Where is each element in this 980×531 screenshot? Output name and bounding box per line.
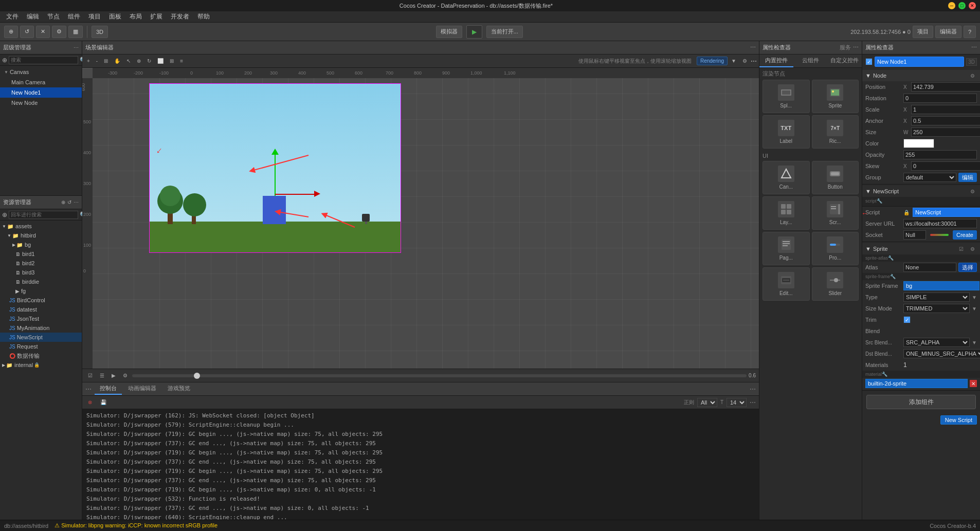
asset-item-newscript[interactable]: JS NewScript <box>0 333 82 342</box>
asset-settings-icon[interactable]: ⋯ <box>74 199 79 205</box>
rendering-settings-btn[interactable]: ▼ <box>729 56 739 66</box>
atlas-select-btn[interactable]: 选择 <box>958 263 977 272</box>
props-expand-icon[interactable]: ⋯ <box>971 44 977 51</box>
node-enabled-checkbox[interactable]: ✓ <box>865 58 873 65</box>
scene-zoom-fit[interactable]: ⊞ <box>101 56 111 66</box>
node-type-scr[interactable]: Scr... ← <box>812 196 859 230</box>
spriteframe-value-input[interactable] <box>903 281 979 290</box>
group-edit-btn[interactable]: 编辑 <box>958 173 977 182</box>
scene-grid-tool[interactable]: ≡ <box>177 56 186 66</box>
scene-view-settings-btn[interactable]: ⚙ <box>740 56 750 66</box>
scene-expand-icon[interactable]: ⋯ <box>750 44 756 51</box>
menu-component[interactable]: 组件 <box>64 11 84 22</box>
simulator-button[interactable]: 模拟器 <box>436 26 462 38</box>
srcblend-select[interactable]: SRC_ALPHA <box>903 338 970 347</box>
node-type-pro[interactable]: Pro... <box>812 232 859 265</box>
asset-item-request[interactable]: JS Request <box>0 342 82 351</box>
node-type-lay[interactable]: Lay... <box>763 196 810 230</box>
newscript-settings-btn[interactable]: ⚙ <box>968 187 977 196</box>
menu-node[interactable]: 节点 <box>43 11 64 22</box>
node-type-pag[interactable]: Pag... <box>763 232 810 265</box>
node-type-spl[interactable]: Spl... <box>763 80 810 113</box>
stop-button[interactable]: ✕ <box>36 26 50 38</box>
trim-checkbox[interactable]: ✓ <box>903 316 911 323</box>
tree-item-newnode1[interactable]: New Node1 <box>0 87 82 98</box>
console-clear-btn[interactable]: ⊗ <box>85 397 95 408</box>
sprite-section-header[interactable]: ▼ Sprite ☑ ⚙ <box>862 243 980 254</box>
menu-developer[interactable]: 开发者 <box>167 11 193 22</box>
tab-console[interactable]: 控制台 <box>95 383 122 395</box>
node-type-button[interactable]: Button <box>812 161 859 194</box>
anchor-x-input[interactable] <box>911 116 980 125</box>
node-type-can[interactable]: Can... <box>763 161 810 194</box>
node-type-edit[interactable]: Edit... <box>763 267 810 301</box>
menu-panel[interactable]: 面板 <box>105 11 125 22</box>
timeline-list-btn[interactable]: ☰ <box>97 371 107 381</box>
asset-item-jsontest[interactable]: JS JsonTest <box>0 314 82 323</box>
asset-item-assets[interactable]: ▼ 📁 assets <box>0 222 82 231</box>
tree-item-maincamera[interactable]: Main Camera <box>0 77 82 87</box>
asset-refresh-icon[interactable]: ↺ <box>67 199 71 205</box>
add-button[interactable]: ⊕ <box>4 26 18 38</box>
grid-button[interactable]: ▦ <box>68 26 83 38</box>
scene-rotate-tool[interactable]: ↻ <box>144 56 154 66</box>
color-swatch[interactable] <box>903 139 934 148</box>
timeline-checkbox[interactable]: ☑ <box>85 371 95 381</box>
menu-edit[interactable]: 编辑 <box>23 11 43 22</box>
scene-expand2-icon[interactable]: ⋯ <box>751 58 757 65</box>
sprite-settings-btn[interactable]: ⚙ <box>968 244 977 253</box>
asset-item-birdcontrol[interactable]: JS BirdControl <box>0 296 82 305</box>
node-type-sprite[interactable]: Sprite <box>812 80 859 113</box>
asset-item-bg[interactable]: ▶ 📁 bg <box>0 240 82 249</box>
dstblend-select[interactable]: ONE_MINUS_SRC_ALPHA <box>903 349 980 358</box>
hierarchy-expand-icon[interactable]: ⋯ <box>74 45 79 50</box>
tree-item-canvas[interactable]: ▼ Canvas <box>0 67 82 77</box>
tab-cloud[interactable]: 云组件 <box>793 54 827 67</box>
asset-item-bird1[interactable]: 🗎 bird1 <box>0 249 82 259</box>
node-name-input[interactable] <box>875 57 964 67</box>
opacity-input[interactable] <box>903 150 977 159</box>
asset-add-btn[interactable]: ⊕ <box>2 211 7 218</box>
sprite-enabled-btn[interactable]: ☑ <box>956 244 966 253</box>
bottom-expand-icon[interactable]: ⋯ <box>750 386 756 393</box>
sizemode-select[interactable]: TRIMMED <box>903 304 970 313</box>
asset-item-bird3[interactable]: 🗎 bird3 <box>0 268 82 277</box>
scene-scale-tool[interactable]: ⊕ <box>134 56 143 66</box>
tree-item-newnode[interactable]: New Node <box>0 98 82 108</box>
asset-item-shujuchuanshu[interactable]: ⭕ 数据传输 <box>0 351 82 360</box>
position-x-input[interactable] <box>911 82 980 91</box>
close-button[interactable]: ✕ <box>969 2 976 9</box>
panel-expand-icon[interactable]: ⋯ <box>85 386 92 393</box>
menu-layout[interactable]: 布局 <box>125 11 146 22</box>
scene-zoom-out[interactable]: - <box>94 56 100 66</box>
timeline-play-btn[interactable]: ▶ <box>109 371 118 381</box>
scene-rect-tool[interactable]: ⬜ <box>155 56 166 66</box>
material-value-input[interactable] <box>865 379 968 388</box>
size-w-input[interactable] <box>911 127 980 137</box>
scene-snap-tool[interactable]: ⊞ <box>167 56 176 66</box>
node-type-expand[interactable]: ⋯ <box>853 44 859 51</box>
settings-button[interactable]: ⚙ <box>52 26 66 38</box>
add-component-button[interactable]: 添加组件 <box>866 395 976 409</box>
atlas-value-input[interactable] <box>903 263 956 272</box>
scene-move-tool[interactable]: ✋ <box>112 56 123 66</box>
node-type-slider[interactable]: Slider <box>812 267 859 301</box>
tab-animation[interactable]: 动画编辑器 <box>123 383 161 395</box>
timeline-settings-btn[interactable]: ⚙ <box>120 371 130 381</box>
create-btn[interactable]: Create <box>953 230 977 240</box>
console-fontsize-select[interactable]: 14 <box>727 398 747 407</box>
scale-x-input[interactable] <box>911 105 980 114</box>
timeline-thumb[interactable] <box>194 373 200 379</box>
tab-builtin[interactable]: 内置控件 <box>759 54 793 67</box>
maximize-button[interactable]: □ <box>958 2 966 9</box>
group-select[interactable]: default <box>903 173 956 182</box>
timeline-track[interactable] <box>132 374 747 377</box>
node-section-settings[interactable]: ⚙ <box>968 71 977 80</box>
asset-item-hitbird[interactable]: ▼ 📁 hitbird <box>0 231 82 240</box>
server-url-input[interactable] <box>903 219 977 228</box>
material-remove-btn[interactable]: ✕ <box>970 380 977 387</box>
asset-item-datatest[interactable]: JS datatest <box>0 305 82 314</box>
node-type-ric[interactable]: 7×T Ric... <box>812 115 859 149</box>
console-save-btn[interactable]: 💾 <box>98 397 109 408</box>
hierarchy-search-input[interactable] <box>9 56 78 64</box>
